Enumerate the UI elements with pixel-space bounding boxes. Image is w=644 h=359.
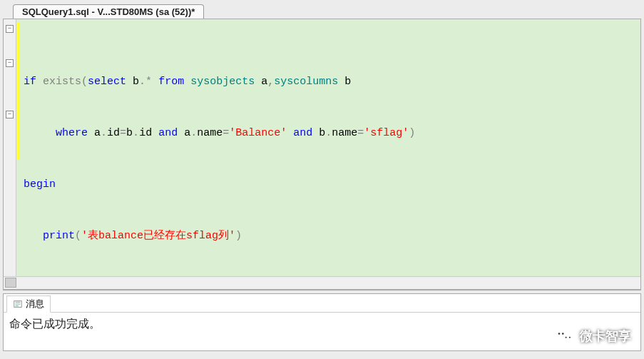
results-tab-bar: 消息 xyxy=(4,294,640,313)
code-line: begin xyxy=(16,176,640,193)
code-line: where a.id=b.id and a.name='Balance' and… xyxy=(16,125,640,142)
message-icon xyxy=(13,299,23,309)
code-line: if exists(select b.* from sysobjects a,s… xyxy=(16,74,640,91)
svg-point-4 xyxy=(562,333,564,335)
messages-tab[interactable]: 消息 xyxy=(6,295,51,313)
svg-point-2 xyxy=(563,334,572,343)
svg-point-6 xyxy=(569,337,571,338)
horizontal-scrollbar[interactable] xyxy=(4,276,640,289)
code-editor[interactable]: − − − if exists(select b.* from sysobjec… xyxy=(4,19,640,276)
fold-toggle-icon[interactable]: − xyxy=(6,111,14,118)
wechat-icon xyxy=(554,326,574,346)
fold-gutter: − − − xyxy=(4,19,16,276)
results-message: 命令已成功完成。 xyxy=(4,313,640,336)
code-line: print('表balance已经存在sflag列') xyxy=(16,228,640,245)
tab-bar: SQLQuery1.sql - V...STD80MS (sa (52))* xyxy=(0,0,644,19)
watermark-text: 微卡智享 xyxy=(580,328,631,345)
editor-frame: − − − if exists(select b.* from sysobjec… xyxy=(3,19,641,290)
messages-tab-label: 消息 xyxy=(26,298,44,310)
svg-point-3 xyxy=(558,333,561,335)
file-tab[interactable]: SQLQuery1.sql - V...STD80MS (sa (52))* xyxy=(13,4,204,19)
fold-toggle-icon[interactable]: − xyxy=(6,59,14,67)
svg-point-5 xyxy=(566,337,567,338)
fold-toggle-icon[interactable]: − xyxy=(6,25,14,33)
change-indicator xyxy=(16,22,19,159)
results-pane: 消息 命令已成功完成。 xyxy=(3,294,641,351)
watermark: 微卡智享 xyxy=(554,326,631,346)
scroll-thumb[interactable] xyxy=(5,278,16,288)
code-area[interactable]: if exists(select b.* from sysobjects a,s… xyxy=(16,19,640,276)
